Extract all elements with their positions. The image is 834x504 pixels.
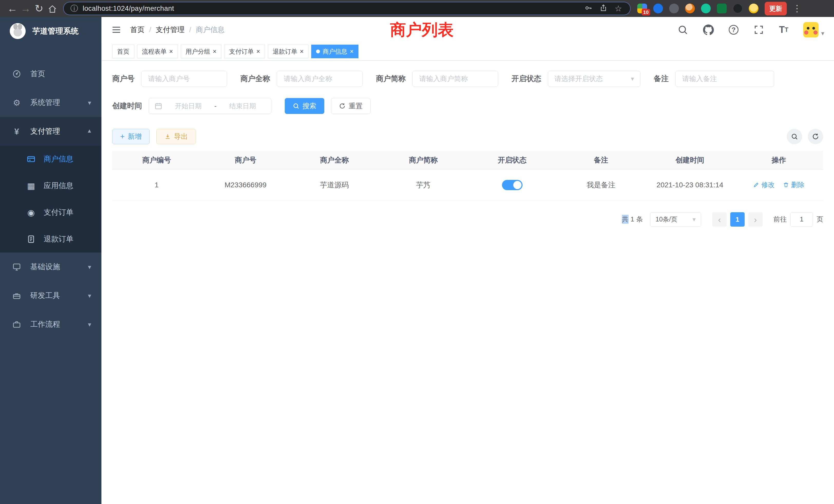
merchant-no-input[interactable]	[141, 71, 227, 87]
page-number-button[interactable]: 1	[730, 212, 745, 227]
browser-menu-icon[interactable]: ⋮	[790, 3, 804, 14]
status-select-placeholder: 请选择开启状态	[554, 74, 631, 84]
sidebar-menu: 首页 ⚙ 系统管理 ▾ ¥ 支付管理 ▾ 商户信息 ▦	[0, 60, 102, 339]
url-text: localhost:1024/pay/merchant	[83, 5, 174, 13]
extension-icon[interactable]	[733, 4, 743, 13]
hamburger-icon[interactable]	[111, 25, 122, 35]
app-logo[interactable]: 芋道管理系统	[0, 17, 102, 45]
sidebar-item-dev-tools[interactable]: 研发工具 ▾	[0, 281, 102, 310]
close-icon[interactable]: ×	[213, 48, 217, 55]
breadcrumb-payment[interactable]: 支付管理	[156, 25, 184, 35]
tab-label: 首页	[117, 47, 129, 56]
browser-home-icon[interactable]	[46, 3, 59, 14]
edit-link[interactable]: 修改	[753, 180, 775, 189]
refresh-table-button[interactable]	[808, 129, 823, 144]
merchant-name-label: 商户全称	[240, 74, 270, 84]
extensions-area: 10	[637, 4, 759, 13]
toggle-search-button[interactable]	[787, 129, 802, 144]
sidebar-item-workflow[interactable]: 工作流程 ▾	[0, 310, 102, 339]
font-size-icon[interactable]: TT	[779, 24, 788, 35]
status-toggle[interactable]	[502, 180, 523, 190]
merchant-table: 商户编号 商户号 商户全称 商户简称 开启状态 备注 创建时间 操作 1 M23…	[112, 151, 823, 201]
remark-label: 备注	[654, 74, 668, 84]
tab-refund-order[interactable]: 退款订单 ×	[268, 45, 309, 58]
table-header-row: 商户编号 商户号 商户全称 商户简称 开启状态 备注 创建时间 操作	[112, 151, 823, 169]
bookmark-star-icon[interactable]: ☆	[613, 4, 623, 13]
tab-home[interactable]: 首页	[112, 45, 134, 58]
reset-button[interactable]: 重置	[331, 98, 371, 114]
tab-merchant-info[interactable]: 商户信息 ×	[311, 45, 358, 58]
extension-icon[interactable]	[653, 4, 663, 13]
page-size-select[interactable]: 10条/页 ▾	[650, 212, 701, 227]
sidebar-item-label: 系统管理	[30, 97, 60, 108]
extension-icon[interactable]	[717, 4, 727, 13]
close-icon[interactable]: ×	[169, 48, 173, 55]
create-time-range-picker[interactable]: 开始日期 - 结束日期	[149, 98, 271, 114]
status-select[interactable]: 请选择开启状态 ▾	[548, 71, 640, 87]
sidebar-item-payment[interactable]: ¥ 支付管理 ▾	[0, 117, 102, 146]
extension-icon[interactable]	[701, 4, 711, 13]
breadcrumb-home[interactable]: 首页	[130, 25, 145, 35]
next-page-button[interactable]: ›	[748, 212, 763, 227]
grid-icon: ▦	[25, 182, 37, 190]
close-icon[interactable]: ×	[300, 48, 304, 55]
active-dot	[316, 49, 320, 53]
remark-input[interactable]	[675, 71, 774, 87]
sidebar-item-system[interactable]: ⚙ 系统管理 ▾	[0, 88, 102, 117]
sidebar-subitem-merchant-info[interactable]: 商户信息	[0, 146, 102, 173]
search-icon	[791, 133, 798, 140]
sidebar-item-home[interactable]: 首页	[0, 60, 102, 88]
extension-icon[interactable]	[669, 4, 679, 13]
password-key-icon[interactable]	[584, 4, 594, 13]
search-icon[interactable]	[677, 24, 688, 35]
status-label: 开启状态	[511, 74, 541, 84]
sidebar-subitem-pay-order[interactable]: ◉ 支付订单	[0, 199, 102, 226]
extension-badge: 10	[642, 9, 650, 16]
fullscreen-icon[interactable]	[753, 24, 764, 35]
tab-user-group[interactable]: 用户分组 ×	[181, 45, 222, 58]
header-actions: ? TT ▾	[677, 22, 824, 38]
page-header: 首页 / 支付管理 / 商户信息 商户列表 ? TT	[102, 17, 834, 43]
sidebar: 芋道管理系统 首页 ⚙ 系统管理 ▾ ¥ 支付管理 ▾	[0, 17, 102, 504]
close-icon[interactable]: ×	[256, 48, 260, 55]
tab-label: 流程表单	[142, 47, 167, 56]
delete-link[interactable]: 删除	[783, 180, 805, 189]
browser-update-button[interactable]: 更新	[765, 2, 787, 16]
user-menu[interactable]: ▾	[803, 22, 824, 38]
extension-icon[interactable]	[749, 4, 759, 13]
github-icon[interactable]	[703, 24, 714, 35]
sidebar-item-infrastructure[interactable]: 基础设施 ▾	[0, 253, 102, 281]
goto-page-input[interactable]	[790, 212, 813, 227]
share-icon[interactable]	[598, 4, 609, 13]
add-button[interactable]: + 新增	[112, 129, 150, 144]
help-icon[interactable]: ?	[729, 25, 739, 35]
download-icon	[164, 133, 171, 140]
document-icon	[25, 235, 37, 244]
browser-forward-icon[interactable]: →	[19, 3, 32, 14]
short-name-input[interactable]	[412, 71, 498, 87]
browser-back-icon[interactable]: ←	[6, 3, 19, 14]
pagination: 共 1 条 10条/页 ▾ ‹ 1 › 前往 页	[112, 212, 823, 227]
tab-pay-order[interactable]: 支付订单 ×	[224, 45, 265, 58]
total-count: 1	[631, 215, 634, 223]
extension-icon[interactable]: 10	[637, 4, 647, 13]
search-button[interactable]: 搜索	[285, 98, 324, 114]
column-header: 创建时间	[645, 151, 734, 169]
address-bar[interactable]: ⓘ localhost:1024/pay/merchant ☆	[63, 2, 631, 15]
breadcrumb: 首页 / 支付管理 / 商户信息	[130, 25, 225, 35]
sidebar-subitem-label: 退款订单	[44, 234, 73, 244]
credit-card-icon	[25, 155, 37, 163]
sidebar-subitem-label: 应用信息	[44, 181, 73, 191]
browser-reload-icon[interactable]: ↻	[32, 3, 46, 14]
prev-page-button[interactable]: ‹	[712, 212, 727, 227]
close-icon[interactable]: ×	[350, 48, 354, 55]
cell-short-name: 芋艿	[379, 169, 467, 201]
export-button[interactable]: 导出	[156, 129, 196, 144]
sidebar-subitem-refund-order[interactable]: 退款订单	[0, 226, 102, 253]
merchant-name-input[interactable]	[277, 71, 363, 87]
extension-icon[interactable]	[685, 4, 695, 13]
page-info-icon[interactable]: ⓘ	[70, 3, 78, 14]
sidebar-subitem-app-info[interactable]: ▦ 应用信息	[0, 173, 102, 199]
monitor-icon	[11, 262, 23, 271]
tab-flow-form[interactable]: 流程表单 ×	[137, 45, 178, 58]
